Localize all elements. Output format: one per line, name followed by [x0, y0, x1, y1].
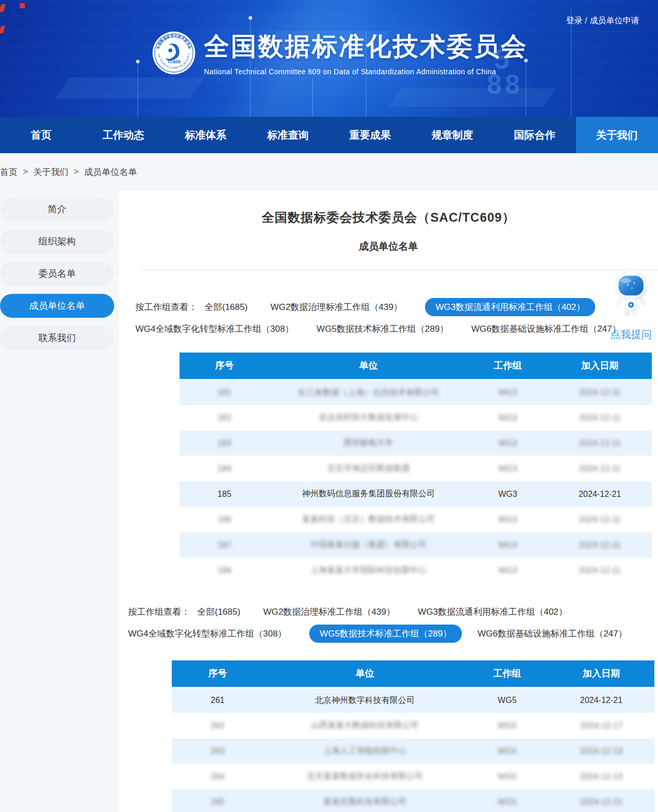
sidebar-item-member-units[interactable]: 成员单位名单: [0, 294, 114, 318]
nav-item-regulations[interactable]: 规章制度: [412, 117, 494, 153]
cell-seq: 184: [217, 464, 231, 473]
site-subtitle: National Technical Committee 609 on Data…: [204, 67, 528, 76]
cell-org: 中国某某出版（集团）有限公司: [310, 540, 427, 549]
cell-date: 2024-12-11: [579, 566, 621, 575]
table-row: 183 西安邮电大学 WG3 2024-12-11: [180, 430, 652, 456]
cell-org: 某某控股科技有限公司: [323, 797, 406, 806]
cell-group: WG3: [498, 464, 517, 473]
divider: [141, 269, 658, 270]
cell-group: WG5: [498, 721, 516, 730]
table-header-row: 序号 单位 工作组 加入日期: [172, 660, 654, 687]
sidebar-item-contact-us[interactable]: 联系我们: [0, 326, 114, 350]
cell-group: WG3: [498, 490, 517, 498]
cell-date: 2024-12-11: [579, 439, 621, 448]
cell-date: 2024-12-17: [580, 721, 623, 730]
cell-seq: 262: [211, 721, 225, 730]
cell-group: WG5: [498, 696, 516, 705]
cell-date: 2024-12-11: [579, 464, 621, 473]
cell-seq: 182: [217, 413, 231, 422]
filter-option-wg3[interactable]: WG3数据流通利用标准工作组（402）: [418, 606, 567, 618]
cell-org: 北京神州数字科技有限公司: [315, 696, 415, 705]
committee-logo[interactable]: 全国数据标准化技术委员会 NATIONAL TECHNICAL COMMITTE…: [152, 31, 196, 75]
cell-seq: 181: [217, 388, 231, 397]
col-header-org: 单位: [264, 660, 467, 687]
login-link[interactable]: 登录 / 成员单位申请: [566, 16, 639, 26]
cell-seq: 261: [211, 696, 225, 705]
table-row: 262 山西某某大数据科技有限公司 WG5 2024-12-17: [172, 713, 654, 738]
filter-block-wg5: 按工作组查看： 全部(1685) WG2数据治理标准工作组（439） WG3数据…: [128, 606, 658, 643]
filter-option-wg5[interactable]: WG5数据技术标准工作组（289）: [317, 323, 448, 335]
cell-date: 2024-12-11: [579, 515, 621, 524]
breadcrumb-about[interactable]: 关于我们: [33, 166, 68, 178]
cell-org: 神州数码信息服务集团股份有限公司: [302, 489, 435, 498]
cell-org: 北京市海淀区数据集团: [327, 464, 410, 472]
cell-group: WG3: [498, 413, 517, 422]
sidebar-item-intro[interactable]: 简介: [0, 197, 114, 221]
banner-decoration: [0, 26, 5, 33]
table-row: 186 某某科技（北京）数据技术有限公司 WG3 2024-12-11: [180, 507, 652, 532]
member-table-wg5: 序号 单位 工作组 加入日期 261 北京神州数字科技有限公司 WG5 2024…: [172, 660, 654, 812]
cell-group: WG3: [498, 515, 517, 524]
cell-seq: 264: [211, 772, 225, 781]
sidebar-item-committee-list[interactable]: 委员名单: [0, 262, 114, 286]
cell-seq: 187: [217, 540, 231, 549]
nav-item-standard-system[interactable]: 标准体系: [164, 117, 247, 153]
assistant-label[interactable]: 点我提问: [606, 328, 656, 342]
table-header-row: 序号 单位 工作组 加入日期: [180, 353, 652, 380]
cell-group: WG3: [498, 540, 517, 549]
cell-seq: 186: [217, 515, 231, 524]
sidebar-item-org-structure[interactable]: 组织架构: [0, 229, 114, 253]
table-row: 265 某某控股科技有限公司 WG5 2024-12-21: [172, 789, 654, 812]
cell-seq: 188: [217, 566, 231, 575]
filter-option-wg5[interactable]: WG5数据技术标准工作组（289）: [309, 625, 462, 643]
banner-decoration: [55, 78, 204, 99]
page-subtitle: 成员单位名单: [119, 240, 658, 253]
cell-date: 2024-12-11: [579, 540, 621, 549]
filter-option-wg4[interactable]: WG4全域数字化转型标准工作组（308）: [135, 323, 294, 335]
table-row: 185 神州数码信息服务集团股份有限公司 WG3 2024-12-21: [180, 481, 652, 507]
filter-label: 按工作组查看：: [128, 606, 190, 618]
filter-option-wg2[interactable]: WG2数据治理标准工作组（439）: [263, 606, 395, 618]
cell-group: WG5: [498, 772, 516, 781]
cell-date: 2024-12-21: [579, 490, 621, 498]
filter-option-all[interactable]: 全部(1685): [204, 301, 248, 313]
table-row: 182 农业农村部大数据发展中心 WG3 2024-12-11: [180, 405, 652, 430]
nav-item-achievements[interactable]: 重要成果: [329, 117, 412, 153]
cell-org: 西安邮电大学: [344, 438, 393, 447]
filter-option-wg6[interactable]: WG6数据基础设施标准工作组（247）: [471, 323, 621, 335]
breadcrumb-home[interactable]: 首页: [0, 166, 18, 178]
nav-item-international[interactable]: 国际合作: [494, 117, 576, 153]
breadcrumb-separator: >: [74, 167, 79, 177]
cell-date: 2024-12-11: [579, 413, 621, 422]
banner-decoration: [312, 78, 313, 117]
nav-item-work-news[interactable]: 工作动态: [83, 117, 165, 153]
filter-option-all[interactable]: 全部(1685): [197, 606, 240, 618]
filter-option-wg2[interactable]: WG2数据治理标准工作组（439）: [270, 301, 402, 313]
col-header-org: 单位: [269, 353, 468, 380]
main-area: 简介 组织架构 委员名单 成员单位名单 联系我们 全国数据标委会技术委员会（SA…: [0, 191, 658, 812]
cell-org: 农业农村部大数据发展中心: [319, 413, 418, 422]
logo-badge-text: TC609: [167, 59, 180, 64]
cell-group: WG5: [498, 747, 516, 755]
member-table-wg3: 序号 单位 工作组 加入日期 181 长三角数据（上海）信息技术有限公司 WG3…: [180, 353, 652, 583]
cell-group: WG5: [498, 797, 516, 806]
nav-item-home[interactable]: 首页: [0, 117, 83, 153]
table-row: 261 北京神州数字科技有限公司 WG5 2024-12-21: [172, 687, 654, 713]
breadcrumb-current: 成员单位名单: [84, 166, 137, 178]
cell-seq: 185: [217, 490, 231, 498]
filter-option-wg4[interactable]: WG4全域数字化转型标准工作组（308）: [128, 628, 286, 640]
table-row: 187 中国某某出版（集团）有限公司 WG3 2024-12-11: [180, 532, 652, 558]
filter-option-wg3[interactable]: WG3数据流通利用标准工作组（402）: [425, 298, 595, 316]
nav-item-about-us[interactable]: 关于我们: [576, 117, 658, 153]
cell-date: 2024-12-13: [580, 747, 623, 755]
col-header-date: 加入日期: [548, 660, 654, 687]
assistant-widget[interactable]: 点我提问: [606, 269, 656, 342]
main-nav: 首页 工作动态 标准体系 标准查询 重要成果 规章制度 国际合作 关于我们: [0, 117, 658, 153]
cell-seq: 183: [217, 439, 231, 448]
col-header-seq: 序号: [180, 353, 269, 380]
cell-date: 2024-12-11: [579, 388, 621, 397]
filter-option-wg6[interactable]: WG6数据基础设施标准工作组（247）: [477, 628, 627, 640]
cell-date: 2024-12-13: [580, 772, 623, 781]
assistant-robot-icon: [609, 269, 653, 317]
nav-item-standard-search[interactable]: 标准查询: [247, 117, 330, 153]
